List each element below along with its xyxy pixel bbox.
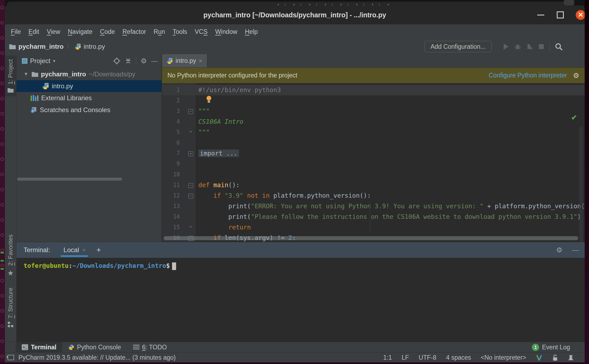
coverage-icon[interactable] <box>526 43 533 50</box>
gear-icon[interactable]: ⚙ <box>573 72 579 79</box>
menu-refactor[interactable]: Refactor <box>119 28 150 35</box>
menu-window[interactable]: Window <box>211 28 241 35</box>
code-line-9[interactable]: 9 <box>162 159 585 169</box>
breadcrumb-project[interactable]: pycharm_intro <box>18 43 64 50</box>
fold-icon[interactable]: ⌃ <box>187 222 195 233</box>
editor-horizontal-scrollbar[interactable] <box>164 236 578 240</box>
stop-icon[interactable] <box>538 43 545 50</box>
menu-code[interactable]: Code <box>96 28 119 35</box>
gear-icon[interactable]: ⚙ <box>141 57 147 64</box>
toolbar-divider <box>549 42 550 51</box>
add-configuration-button[interactable]: Add Configuration... <box>424 41 492 52</box>
code-line-5[interactable]: 5⌃""" <box>162 127 585 138</box>
code-line-11[interactable]: 11−def main(): <box>162 180 585 190</box>
collapse-all-icon[interactable] <box>125 57 132 64</box>
title-bar[interactable]: pycharm_intro [~/Downloads/pycharm_intro… <box>5 5 585 24</box>
toolwindow-toggle-icon[interactable] <box>8 355 14 360</box>
stripe-favorites-button[interactable]: 2: Favorites ★ <box>5 231 16 281</box>
desktop-bottom-strip <box>0 362 589 364</box>
line-number: 3 <box>162 106 180 116</box>
tree-row-scratches[interactable]: Scratches and Consoles <box>17 104 161 116</box>
new-terminal-icon[interactable]: + <box>96 245 101 255</box>
hide-panel-icon[interactable]: — <box>572 247 579 253</box>
file-encoding[interactable]: UTF-8 <box>419 354 436 361</box>
code-editor[interactable]: 1#!/usr/bin/env python323−"""4CS106A Int… <box>162 83 585 242</box>
line-ending[interactable]: LF <box>402 354 409 361</box>
menu-vcs[interactable]: VCS <box>191 28 211 35</box>
intention-bulb-icon[interactable] <box>206 95 212 103</box>
stripe-project-button[interactable]: 1: Project <box>5 56 16 96</box>
code-text: return <box>198 222 585 233</box>
close-button[interactable]: ✕ <box>572 5 585 24</box>
project-view-title[interactable]: Project <box>30 57 50 65</box>
fold-icon[interactable]: − <box>187 190 195 201</box>
code-line-6[interactable]: 6 <box>162 138 585 148</box>
code-line-2[interactable]: 2 <box>162 95 585 106</box>
inspection-ok-icon[interactable]: ✔ <box>571 113 577 122</box>
fold-icon[interactable]: − <box>187 180 195 190</box>
fold-icon[interactable]: − <box>187 106 195 116</box>
interpreter-setting[interactable]: <No interpreter> <box>481 354 526 361</box>
fold-icon[interactable]: + <box>187 148 195 159</box>
menu-edit[interactable]: Edit <box>25 28 43 35</box>
breadcrumb-file[interactable]: intro.py <box>84 43 105 50</box>
menu-view[interactable]: View <box>43 28 64 35</box>
search-everywhere-icon[interactable] <box>555 43 563 51</box>
terminal-output[interactable]: tofer@ubuntu:~/Downloads/pycharm_intro$ <box>17 258 585 342</box>
vim-plugin-icon[interactable] <box>536 355 542 361</box>
minimize-button[interactable] <box>533 5 549 24</box>
structure-icon <box>8 322 13 327</box>
background-window-titlebar <box>7 2 574 5</box>
project-horizontal-scrollbar[interactable] <box>17 178 122 181</box>
caret-position[interactable]: 1:1 <box>383 354 392 361</box>
terminal-tab-local[interactable]: Local × <box>62 242 87 258</box>
menu-file[interactable]: File <box>7 28 25 35</box>
menu-tools[interactable]: Tools <box>169 28 191 35</box>
folded-region[interactable]: import ... <box>198 150 239 157</box>
menu-run[interactable]: Run <box>150 28 169 35</box>
code-line-3[interactable]: 3−""" <box>162 106 585 116</box>
code-line-1[interactable]: 1#!/usr/bin/env python3 <box>162 85 585 95</box>
bottom-tab-6-todo[interactable]: 6: TODO <box>127 342 173 352</box>
status-message[interactable]: PyCharm 2019.3.5 available: // Update...… <box>18 354 176 361</box>
code-text: #!/usr/bin/env python3 <box>198 85 585 95</box>
line-number: 11 <box>162 180 180 190</box>
gear-icon[interactable]: ⚙ <box>556 246 562 253</box>
tab-intro-py[interactable]: intro.py × <box>162 54 207 67</box>
tab-close-icon[interactable]: × <box>199 57 202 64</box>
expander-icon[interactable]: ▼ <box>23 72 29 77</box>
run-icon[interactable] <box>502 43 509 50</box>
indent-setting[interactable]: 4 spaces <box>446 354 471 361</box>
terminal-tab-close-icon[interactable]: × <box>82 247 86 253</box>
tree-row-file[interactable]: intro.py <box>17 80 161 92</box>
highlighting-level-icon[interactable] <box>568 355 574 361</box>
tree-row-root[interactable]: ▼ pycharm_intro ~/Downloads/py <box>17 68 161 80</box>
code-text: print("ERROR: You are not using Python 3… <box>198 201 585 212</box>
bottom-tab-python-console[interactable]: Python Console <box>62 342 127 352</box>
code-line-13[interactable]: 13 print("ERROR: You are not using Pytho… <box>162 201 585 212</box>
fold-icon[interactable]: ⌃ <box>187 127 195 138</box>
bottom-tab-terminal[interactable]: >_Terminal <box>16 342 62 352</box>
maximize-button[interactable] <box>552 5 568 24</box>
hide-panel-icon[interactable]: — <box>151 58 158 64</box>
content-area: 1: Project 2: Favorites ★ 7: Structure P… <box>5 54 585 342</box>
debug-icon[interactable] <box>514 43 521 50</box>
editor-vertical-scrollbar[interactable] <box>579 126 583 242</box>
tree-row-external-libraries[interactable]: External Libraries <box>17 92 161 104</box>
stripe-structure-button[interactable]: 7: Structure <box>5 284 16 331</box>
code-line-7[interactable]: 7+import ... <box>162 148 585 159</box>
chevron-down-icon[interactable]: ▾ <box>53 59 56 63</box>
terminal-header: Terminal: Local × + ⚙ — <box>17 242 585 258</box>
code-line-4[interactable]: 4CS106A Intro <box>162 116 585 127</box>
configure-interpreter-link[interactable]: Configure Python interpreter <box>489 72 567 79</box>
menu-navigate[interactable]: Navigate <box>64 28 96 35</box>
unlock-icon[interactable] <box>552 355 558 361</box>
menu-help[interactable]: Help <box>241 28 261 35</box>
event-log-button[interactable]: 1 Event Log <box>532 342 570 353</box>
code-line-10[interactable]: 10 <box>162 169 585 180</box>
locate-icon[interactable] <box>113 57 120 64</box>
code-line-12[interactable]: 12− if "3.9" not in platform.python_vers… <box>162 190 585 201</box>
interpreter-banner: No Python interpreter configured for the… <box>162 68 585 83</box>
code-line-14[interactable]: 14 print("Please follow the instructions… <box>162 212 585 222</box>
code-line-15[interactable]: 15⌃ return <box>162 222 585 233</box>
